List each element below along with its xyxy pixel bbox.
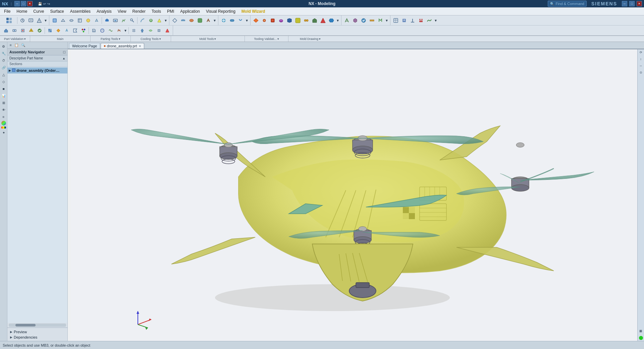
tb-main-3[interactable] [67, 16, 75, 24]
tb2-8[interactable] [63, 27, 71, 35]
tb2-17[interactable] [138, 27, 146, 35]
part-validation-dropdown[interactable]: ▾ [24, 37, 26, 41]
tb-parting-4[interactable] [196, 16, 204, 24]
tb-mold-9[interactable] [319, 16, 327, 24]
tb-parting-2[interactable] [179, 16, 187, 24]
tb-molddraw-2[interactable] [400, 16, 408, 24]
assembly-nav-close[interactable]: □ [63, 50, 65, 54]
tb-main-7[interactable] [103, 16, 111, 24]
tb-molddraw-5[interactable] [425, 16, 433, 24]
tb-mold-8[interactable] [311, 16, 319, 24]
menu-curve[interactable]: Curve [31, 8, 47, 14]
dependencies-item[interactable]: ▶ Dependencies [7, 335, 67, 340]
find-command-input[interactable]: Find & Command [555, 2, 584, 6]
lip-geometry-icon[interactable]: △ [1, 71, 7, 78]
menu-application[interactable]: Application [177, 8, 203, 14]
tb-toolval-5[interactable] [376, 16, 384, 24]
redo-icon[interactable]: ↪ [47, 2, 50, 6]
tb-main-5[interactable] [84, 16, 92, 24]
tb-cool-dropdown[interactable]: ▾ [245, 16, 249, 24]
tb-mold-7[interactable] [302, 16, 310, 24]
rp-btn-1[interactable]: ⟳ [638, 51, 644, 56]
menu-analysis[interactable]: Analysis [94, 8, 114, 14]
menu-tools[interactable]: Tools [149, 8, 164, 14]
lip-settings-icon[interactable]: ⚙ [1, 43, 7, 49]
menu-visual-reporting[interactable]: Visual Reporting [203, 8, 238, 14]
sidebar-scrollbar[interactable] [9, 323, 66, 327]
rp-btn-6[interactable] [639, 336, 643, 340]
tb-dropdown-1[interactable]: ▾ [44, 16, 48, 24]
mold-tools-dropdown[interactable]: ▾ [214, 37, 216, 41]
tb-mold-5[interactable] [285, 16, 293, 24]
menu-file[interactable]: File [1, 8, 13, 14]
tb-toolval-2[interactable] [351, 16, 359, 24]
lip-extra-icon[interactable]: ✦ [1, 130, 7, 136]
tb-main-8[interactable] [111, 16, 119, 24]
tb-mold-6[interactable] [294, 16, 302, 24]
minimize-btn[interactable]: ─ [14, 1, 20, 6]
tb-parting-3[interactable] [187, 16, 196, 24]
lip-solid-icon[interactable]: ■ [1, 86, 7, 92]
tb-main-9[interactable] [120, 16, 128, 24]
tb-btn-1[interactable] [18, 16, 26, 24]
menu-mold-wizard[interactable]: Mold Wizard [239, 8, 268, 14]
lip-color-icon[interactable] [1, 121, 6, 126]
window-restore-btn[interactable]: □ [629, 1, 635, 6]
tb-main-1[interactable] [51, 16, 59, 24]
tree-expand-icon[interactable]: ▶ [9, 69, 11, 72]
mold-drawing-dropdown[interactable]: ▾ [319, 37, 321, 41]
tb2-12[interactable] [98, 27, 106, 35]
preview-item[interactable]: ▶ Preview [7, 329, 67, 335]
tree-root-item[interactable]: ▶ drone_assmbly (Order: Chr [7, 67, 67, 73]
sort-icon[interactable]: ▲ [62, 57, 65, 60]
window-close-btn[interactable]: ✕ [637, 1, 642, 6]
tab-welcome[interactable]: Welcome Page [69, 43, 100, 49]
menu-home[interactable]: Home [14, 8, 30, 14]
lip-section-icon[interactable]: ⊞ [1, 100, 7, 106]
parting-tools-dropdown[interactable]: ▾ [119, 37, 120, 41]
tb-toolval-3[interactable] [360, 16, 368, 24]
tab-drone[interactable]: ■ drone_assmbly.prt ✕ [101, 43, 144, 49]
menu-pmi[interactable]: PMI [164, 8, 177, 14]
tb-main-14[interactable]: ▾ [164, 16, 168, 24]
tb-mold-dropdown[interactable]: ▾ [336, 16, 340, 24]
tb-cool-3[interactable] [236, 16, 245, 24]
tb2-1[interactable] [2, 27, 10, 35]
rp-btn-4[interactable]: ⊙ [638, 71, 644, 76]
rp-btn-2[interactable]: ↕ [638, 57, 644, 63]
viewport[interactable]: ⟳ ↕ ↔ ⊙ ▦ [68, 49, 644, 341]
tb2-19[interactable] [155, 27, 163, 35]
lip-parts-icon[interactable]: 🔧 [1, 50, 7, 56]
tb-molddraw-4[interactable] [417, 16, 425, 24]
sidebar-tb-3[interactable]: 🔍 [20, 43, 26, 47]
tb-main-6[interactable] [93, 16, 101, 24]
tb2-13[interactable] [107, 27, 115, 35]
tb-mold-3[interactable] [269, 16, 277, 24]
tb-molddraw-dropdown[interactable]: ▾ [434, 16, 438, 24]
rp-btn-5[interactable]: ▦ [638, 329, 644, 335]
tb-cool-2[interactable] [228, 16, 236, 24]
tb2-7[interactable] [54, 27, 62, 35]
sidebar-scrollbar-thumb[interactable] [15, 324, 36, 327]
tb-main-11[interactable] [139, 16, 147, 24]
lip-history-icon[interactable]: ⏱ [1, 57, 7, 63]
tb-toolval-4[interactable] [368, 16, 376, 24]
tb-mold-1[interactable] [252, 16, 260, 24]
restore-btn[interactable]: □ [21, 1, 26, 6]
menu-view[interactable]: View [115, 8, 129, 14]
tb-main-12[interactable] [147, 16, 155, 24]
close-btn[interactable]: ✕ [27, 1, 33, 6]
lip-rainbow-icon[interactable] [1, 127, 6, 129]
tb-main-13[interactable] [155, 16, 163, 24]
tb-initialize-btn[interactable] [2, 16, 16, 24]
lip-analysis-icon[interactable]: 📊 [1, 93, 7, 99]
tb2-2[interactable] [10, 27, 18, 35]
tb-parting-5[interactable] [204, 16, 212, 24]
tb-mold-4[interactable] [277, 16, 285, 24]
menu-surface[interactable]: Surface [47, 8, 66, 14]
tb-btn-2[interactable] [27, 16, 35, 24]
tb-molddraw-1[interactable] [392, 16, 400, 24]
save-icon[interactable]: 💾 [38, 2, 42, 6]
lip-view-icon[interactable]: 👁 [1, 107, 7, 113]
tb-mold-10[interactable] [327, 16, 335, 24]
